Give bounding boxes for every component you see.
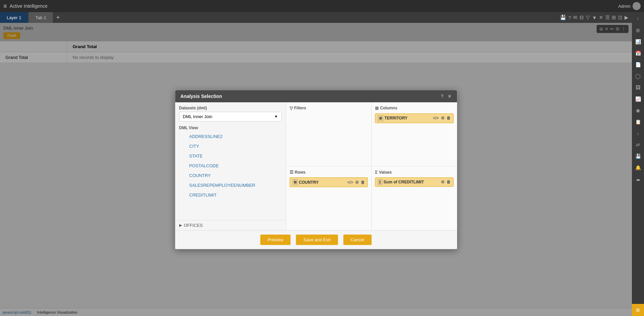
values-icon: Σ: [375, 170, 378, 175]
country-settings-icon[interactable]: ⚙: [355, 180, 359, 185]
rt-bottom-orange[interactable]: ⊞: [632, 304, 644, 316]
country-chip-label: COUNTRY: [299, 180, 319, 185]
values-label: Values: [379, 170, 392, 175]
field-item-postalcode[interactable]: POSTALCODE: [185, 161, 286, 171]
field-item-salesrep[interactable]: SALESREPEMPLOYEENUMBER: [185, 180, 286, 190]
user-label: Admin: [618, 4, 631, 9]
field-item-country[interactable]: COUNTRY: [185, 171, 286, 180]
dropdown-arrow-icon: ▼: [274, 114, 278, 118]
save-exit-button[interactable]: Save and Exit: [296, 235, 338, 245]
rt-cloud-icon[interactable]: ☁: [633, 174, 643, 184]
tab-add-button[interactable]: +: [53, 14, 63, 21]
header-play-icon[interactable]: ▶: [624, 14, 629, 21]
filters-pane: ▽ Filters: [286, 102, 372, 166]
avatar: [633, 2, 641, 10]
rt-save-icon[interactable]: 💾: [633, 151, 643, 162]
columns-pane: ⊞ Columns ⊞ TERRITORY </>: [372, 102, 457, 166]
columns-icon: ⊞: [375, 106, 379, 111]
values-pane: Σ Values Σ Sum of CREDITLIMIT ⚙: [372, 166, 457, 230]
cancel-button[interactable]: Cancel: [343, 235, 372, 245]
territory-chip-label: TERRITORY: [384, 116, 408, 120]
preview-button[interactable]: Preview: [260, 235, 291, 245]
rt-calendar-icon[interactable]: 📅: [633, 48, 643, 59]
tab-layer1[interactable]: Layer 1: [0, 12, 28, 23]
creditlimit-delete-icon[interactable]: 🗑: [447, 180, 451, 184]
creditlimit-chip[interactable]: Σ Sum of CREDITLIMIT ⚙ 🗑: [375, 177, 454, 187]
creditlimit-chip-label: Sum of CREDITLIMIT: [384, 180, 424, 184]
modal-help-icon[interactable]: ?: [441, 94, 444, 99]
rt-doc-icon[interactable]: 📄: [633, 59, 643, 70]
app-title: Active Intelligence: [10, 3, 618, 9]
dml-view-label: DML View: [175, 124, 286, 132]
datasets-label: Datasets (dml): [175, 102, 286, 112]
dataset-select[interactable]: DML Inner Join ▼: [179, 112, 282, 121]
columns-label: Columns: [380, 106, 397, 110]
tab-tab1[interactable]: Tab 1: [29, 12, 53, 23]
header-mail-icon[interactable]: ✉: [573, 14, 577, 21]
country-table-icon: ⊞: [293, 179, 298, 185]
rt-circle-icon[interactable]: ◯: [633, 71, 643, 81]
creditlimit-settings-icon[interactable]: ⚙: [441, 180, 445, 184]
offices-expand-icon: ▶: [179, 223, 182, 227]
offices-section[interactable]: ▶ OFFICES: [175, 220, 286, 230]
field-item-state[interactable]: STATE: [185, 151, 286, 161]
rows-label: Rows: [295, 170, 306, 175]
field-item-creditlimit[interactable]: CREDITLIMIT: [185, 190, 286, 200]
rt-down-icon[interactable]: ↓: [633, 128, 643, 139]
header-minus-icon[interactable]: ⊟: [579, 14, 584, 21]
rt-bell-icon[interactable]: 🔔: [633, 162, 643, 173]
modal-close-icon[interactable]: ✕: [448, 94, 452, 99]
country-code-icon[interactable]: </>: [347, 180, 353, 185]
territory-chip[interactable]: ⊞ TERRITORY </> ⚙ 🗑: [375, 113, 454, 123]
rt-shuffle-icon[interactable]: ⇄: [633, 139, 643, 150]
header-grid2-icon[interactable]: ⊞: [612, 14, 616, 21]
creditlimit-sigma-icon: Σ: [378, 179, 382, 185]
country-chip[interactable]: ⊞ COUNTRY </> ⚙ 🗑: [290, 177, 368, 187]
territory-table-icon: ⊞: [378, 115, 383, 121]
filter-icon: ▽: [290, 106, 293, 111]
field-item-city[interactable]: CITY: [185, 141, 286, 151]
rt-bar-icon[interactable]: 📈: [633, 94, 643, 104]
rt-grid-icon[interactable]: ⊞: [633, 25, 643, 36]
field-item-addressline2[interactable]: ADDRESSLINE2: [185, 132, 286, 141]
country-delete-icon[interactable]: 🗑: [361, 180, 365, 185]
rows-icon: ☰: [290, 170, 294, 175]
modal-overlay: Analysis Selection ? ✕ Datasets (dml) DM…: [0, 23, 632, 316]
rt-up-icon[interactable]: ↑: [633, 13, 643, 24]
hamburger-icon[interactable]: ≡: [3, 3, 7, 10]
rows-pane: ☰ Rows ⊞ COUNTRY </>: [286, 166, 372, 230]
territory-code-icon[interactable]: </>: [433, 116, 439, 120]
header-cross-icon[interactable]: ✕: [599, 14, 603, 21]
header-save-icon[interactable]: 💾: [560, 14, 566, 21]
header-help-icon[interactable]: ?: [568, 15, 571, 21]
modal-title: Analysis Selection: [181, 94, 222, 99]
territory-delete-icon[interactable]: 🗑: [447, 116, 451, 120]
header-filter2-icon[interactable]: ▼: [592, 15, 597, 21]
filters-label: Filters: [294, 106, 306, 110]
rt-list-icon[interactable]: 📋: [633, 116, 643, 127]
rt-chart-icon[interactable]: 📊: [633, 36, 643, 47]
rt-ring-icon[interactable]: ◉: [633, 105, 643, 116]
header-box-icon[interactable]: ⊡: [618, 14, 622, 21]
header-table-icon[interactable]: ☰: [605, 14, 610, 21]
header-filter1-icon[interactable]: ▽: [586, 14, 590, 21]
rt-image-icon[interactable]: 🖼: [633, 82, 643, 93]
modal-dialog: Analysis Selection ? ✕ Datasets (dml) DM…: [175, 90, 457, 249]
territory-settings-icon[interactable]: ⚙: [441, 116, 445, 120]
